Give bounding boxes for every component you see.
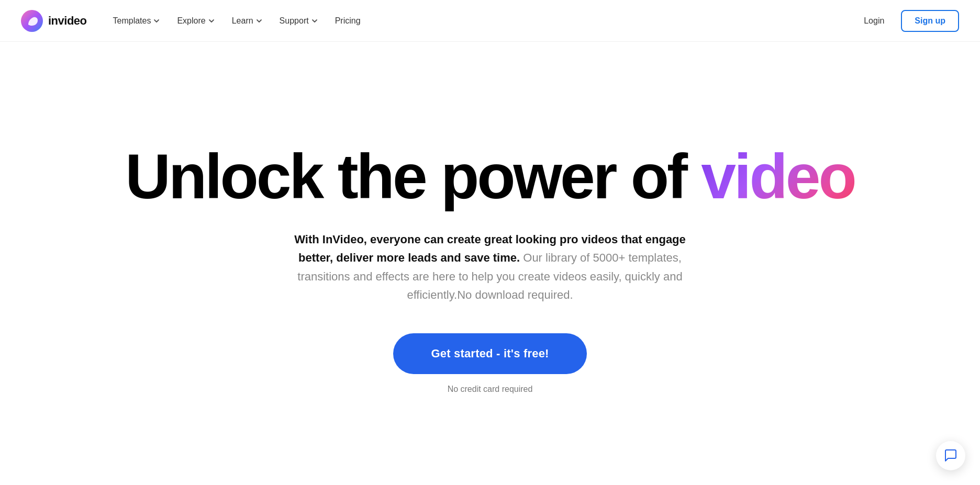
nav-explore[interactable]: Explore [170,12,222,30]
chevron-down-icon [255,17,263,25]
hero-subtext: With InVideo, everyone can create great … [281,230,699,304]
logo-link[interactable]: invideo [21,10,87,32]
nav-left: invideo Templates Explore Learn [21,10,368,32]
nav-links: Templates Explore Learn Support [106,12,368,30]
chevron-down-icon [311,17,318,25]
chevron-down-icon [208,17,215,25]
chat-bubble-button[interactable] [936,441,965,470]
nav-pricing[interactable]: Pricing [328,12,368,30]
nav-templates[interactable]: Templates [106,12,168,30]
chat-icon [944,449,957,463]
login-button[interactable]: Login [855,12,893,30]
hero-headline: Unlock the power of video [125,143,855,209]
chevron-down-icon [153,17,160,25]
hero-section: Unlock the power of video With InVideo, … [0,42,980,485]
headline-gradient: video [701,141,854,211]
navbar: invideo Templates Explore Learn [0,0,980,42]
logo-text: invideo [48,14,87,28]
cta-button[interactable]: Get started - it's free! [393,333,586,374]
nav-support[interactable]: Support [272,12,326,30]
invideo-logo-icon [21,10,43,32]
nav-right: Login Sign up [855,10,959,32]
signup-button[interactable]: Sign up [901,10,959,32]
headline-static: Unlock the power of [125,141,686,211]
no-credit-text: No credit card required [448,385,533,394]
nav-learn[interactable]: Learn [225,12,270,30]
